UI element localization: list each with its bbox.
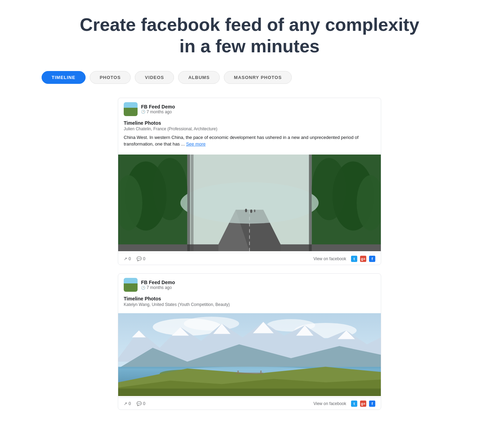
tab-photos[interactable]: PHOTOS	[90, 71, 131, 84]
avatar-1	[124, 102, 138, 116]
hero-line1: Create facebook feed of any complexity	[80, 15, 419, 35]
post-time-text-2: 7 months ago	[147, 285, 172, 290]
tab-timeline[interactable]: TIMELINE	[42, 71, 86, 84]
post-subtitle-1: Julien Chatelin, France (Professional, A…	[124, 126, 375, 131]
mountain-scene-svg	[118, 313, 381, 396]
post-link-title-1[interactable]: Timeline Photos	[124, 120, 375, 126]
post-text-1: China West. In western China, the pace o…	[124, 134, 375, 148]
comments-count-2: 0	[143, 401, 146, 406]
clock-icon-1: 🕐	[141, 110, 145, 114]
svg-rect-23	[309, 155, 312, 251]
svg-rect-47	[236, 373, 263, 374]
post-stats-1: ↗ 0 💬 0	[124, 256, 145, 261]
post-time-1: 🕐 7 months ago	[141, 109, 175, 114]
feed-container: FB Feed Demo 🕐 7 months ago Timeline Pho…	[118, 98, 381, 410]
tab-masonry[interactable]: MASONRY PHOTOS	[224, 71, 292, 84]
hero-line2: in a few minutes	[180, 36, 320, 56]
share-icon-1: ↗	[124, 256, 127, 261]
svg-rect-18	[118, 244, 218, 251]
likes-stat-2: ↗ 0	[124, 401, 131, 406]
svg-point-29	[184, 317, 239, 331]
likes-stat-1: ↗ 0	[124, 256, 131, 261]
see-more-link-1[interactable]: See more	[186, 141, 205, 147]
likes-count-1: 0	[129, 256, 131, 261]
facebook-share-icon-2[interactable]: f	[369, 401, 375, 407]
svg-rect-21	[187, 155, 190, 251]
post-stats-2: ↗ 0 💬 0	[124, 401, 145, 406]
post-subtitle-2: Katelyn Wang, United States (Youth Compe…	[124, 302, 375, 307]
svg-rect-49	[260, 371, 262, 374]
svg-point-25	[250, 209, 252, 213]
post-author-1: FB Feed Demo	[141, 104, 175, 109]
svg-point-11	[153, 158, 187, 220]
post-footer-1: ↗ 0 💬 0 View on facebook t g+ f	[118, 253, 381, 265]
post-header-1: FB Feed Demo 🕐 7 months ago	[118, 98, 381, 120]
twitter-share-icon-2[interactable]: t	[351, 401, 357, 407]
post-card-1: FB Feed Demo 🕐 7 months ago Timeline Pho…	[118, 98, 381, 265]
share-icon-2: ↗	[124, 401, 127, 406]
avatar-image-2	[124, 278, 138, 292]
svg-point-24	[245, 209, 247, 212]
post-actions-2: View on facebook t g+ f	[313, 401, 375, 407]
comment-icon-2: 💬	[137, 401, 142, 406]
svg-point-14	[312, 158, 347, 220]
avatar-image-1	[124, 102, 138, 116]
comments-stat-2: 💬 0	[137, 401, 146, 406]
post-body-1: Timeline Photos Julien Chatelin, France …	[118, 120, 381, 155]
likes-count-2: 0	[129, 401, 131, 406]
avatar-2	[124, 278, 138, 292]
tab-albums[interactable]: ALBUMS	[178, 71, 220, 84]
post-body-2: Timeline Photos Katelyn Wang, United Sta…	[118, 296, 381, 313]
facebook-share-icon-1[interactable]: f	[369, 256, 375, 262]
svg-rect-46	[118, 388, 381, 396]
tabs-row: TIMELINE PHOTOS VIDEOS ALBUMS MASONRY PH…	[7, 71, 492, 84]
post-footer-2: ↗ 0 💬 0 View on facebook t g+ f	[118, 397, 381, 410]
svg-rect-22	[191, 155, 193, 251]
urban-scene-svg	[118, 155, 381, 251]
google-share-icon-2[interactable]: g+	[360, 401, 366, 407]
svg-point-20	[181, 182, 319, 224]
post-meta-2: FB Feed Demo 🕐 7 months ago	[141, 280, 175, 290]
post-meta-1: FB Feed Demo 🕐 7 months ago	[141, 104, 175, 114]
svg-rect-19	[281, 244, 381, 251]
post-author-2: FB Feed Demo	[141, 280, 175, 285]
view-facebook-link-1[interactable]: View on facebook	[313, 256, 346, 261]
post-header-2: FB Feed Demo 🕐 7 months ago	[118, 274, 381, 296]
clock-icon-2: 🕐	[141, 286, 145, 290]
hero-title: Create facebook feed of any complexity i…	[7, 14, 492, 57]
post-time-text-1: 7 months ago	[147, 109, 172, 114]
view-facebook-link-2[interactable]: View on facebook	[313, 401, 346, 406]
google-share-icon-1[interactable]: g+	[360, 256, 366, 262]
comment-icon-1: 💬	[137, 256, 142, 261]
post-actions-1: View on facebook t g+ f	[313, 256, 375, 262]
post-link-title-2[interactable]: Timeline Photos	[124, 296, 375, 301]
page-wrapper: Create facebook feed of any complexity i…	[0, 0, 499, 432]
twitter-share-icon-1[interactable]: t	[351, 256, 357, 262]
post-card-2: FB Feed Demo 🕐 7 months ago Timeline Pho…	[118, 273, 381, 410]
comments-stat-1: 💬 0	[137, 256, 146, 261]
post-time-2: 🕐 7 months ago	[141, 285, 175, 290]
svg-rect-48	[237, 371, 239, 374]
post-image-2	[118, 313, 381, 397]
post-image-1	[118, 155, 381, 253]
comments-count-1: 0	[143, 256, 146, 261]
tab-videos[interactable]: VIDEOS	[135, 71, 174, 84]
svg-point-26	[254, 209, 255, 212]
